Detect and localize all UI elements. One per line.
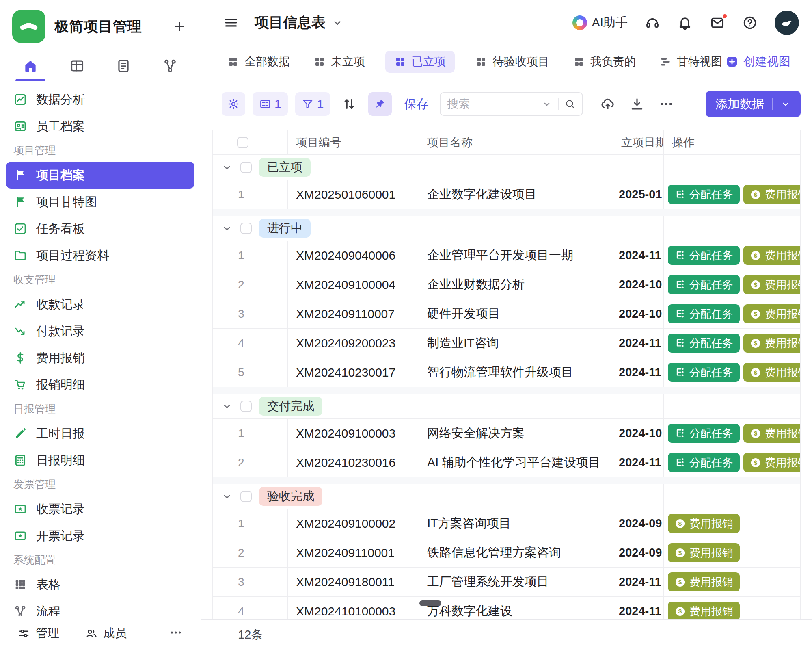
ai-assistant-button[interactable]: AI助手 xyxy=(572,14,628,31)
sidebar-item-data-analysis[interactable]: 数据分析 xyxy=(6,86,194,113)
support-button[interactable] xyxy=(645,15,660,30)
project-name-cell[interactable]: 铁路信息化管理方案咨询 xyxy=(419,538,613,567)
menu-toggle-button[interactable] xyxy=(223,15,239,31)
sidebar-item-flows-config[interactable]: 流程 xyxy=(6,598,194,616)
header-start-date[interactable]: 立项日期 xyxy=(613,130,664,154)
project-code-cell[interactable]: XM202409200023 xyxy=(288,329,419,358)
members-button[interactable]: 成员 xyxy=(85,625,127,641)
sidebar-tab-flows[interactable] xyxy=(161,50,179,81)
project-code-cell[interactable]: XM202409100002 xyxy=(288,509,419,538)
sidebar-item-employee-files[interactable]: 员工档案 xyxy=(6,113,194,140)
group-checkbox[interactable] xyxy=(240,491,252,502)
download-icon[interactable] xyxy=(629,96,645,112)
sidebar-more-button[interactable] xyxy=(169,626,183,641)
project-name-cell[interactable]: 网络安全解决方案 xyxy=(419,419,613,448)
collapse-chevron-icon[interactable] xyxy=(221,490,233,503)
view-tab-not-initiated[interactable]: 未立项 xyxy=(310,51,368,73)
create-view-button[interactable]: 创建视图 xyxy=(726,54,790,70)
add-data-button[interactable]: 添加数据 xyxy=(706,91,801,117)
view-tab-all-data[interactable]: 全部数据 xyxy=(224,51,293,73)
sidebar-item-project-archive[interactable]: 项目档案 xyxy=(6,162,194,188)
sidebar-item-invoice-received[interactable]: 收票记录 xyxy=(6,496,194,522)
project-date-cell[interactable]: 2025-01 xyxy=(613,180,664,209)
header-project-name[interactable]: 项目名称 xyxy=(419,130,613,154)
project-date-cell[interactable]: 2024-11 xyxy=(613,241,664,270)
assign-task-button[interactable]: 分配任务 xyxy=(668,453,740,472)
sidebar-tab-docs[interactable] xyxy=(114,50,133,81)
inbox-button[interactable] xyxy=(710,15,725,30)
assign-task-button[interactable]: 分配任务 xyxy=(668,424,740,443)
project-code-cell[interactable]: XM202410230017 xyxy=(288,358,419,387)
import-icon[interactable] xyxy=(600,96,615,112)
filter-button[interactable]: 1 xyxy=(295,92,330,116)
title-chevron-icon[interactable] xyxy=(331,17,343,29)
project-name-cell[interactable]: 制造业IT咨询 xyxy=(419,329,613,358)
project-date-cell[interactable]: 2024-10 xyxy=(613,270,664,299)
expense-claim-button[interactable]: $费用报销 xyxy=(668,514,740,533)
expense-claim-button[interactable]: $费用报销 xyxy=(743,453,800,472)
field-config-button[interactable]: 1 xyxy=(253,92,288,116)
search-icon[interactable] xyxy=(564,98,576,110)
expense-claim-button[interactable]: $费用报销 xyxy=(743,275,800,294)
project-name-cell[interactable]: IT方案咨询项目 xyxy=(419,509,613,538)
sidebar-item-project-gantt[interactable]: 项目甘特图 xyxy=(6,188,194,215)
assign-task-button[interactable]: 分配任务 xyxy=(668,275,740,294)
sidebar-item-project-process-docs[interactable]: 项目过程资料 xyxy=(6,242,194,269)
project-date-cell[interactable]: 2024-11 xyxy=(613,448,664,477)
user-avatar[interactable] xyxy=(775,11,799,35)
expense-claim-button[interactable]: $费用报销 xyxy=(668,602,740,621)
sidebar-item-task-board[interactable]: 任务看板 xyxy=(6,215,194,242)
project-date-cell[interactable]: 2024-11 xyxy=(613,568,664,596)
sort-button[interactable] xyxy=(337,92,361,116)
assign-task-button[interactable]: 分配任务 xyxy=(668,304,740,323)
sidebar-item-invoice-issued[interactable]: 开票记录 xyxy=(6,522,194,549)
project-date-cell[interactable]: 2024-09 xyxy=(613,538,664,567)
project-name-cell[interactable]: 企业业财数据分析 xyxy=(419,270,613,299)
sidebar-item-work-hours-daily[interactable]: 工时日报 xyxy=(6,420,194,447)
project-code-cell[interactable]: XM202409100003 xyxy=(288,419,419,448)
project-date-cell[interactable]: 2024-09 xyxy=(613,509,664,538)
collapse-chevron-icon[interactable] xyxy=(221,400,233,412)
settings-button[interactable] xyxy=(222,92,245,116)
search-input[interactable] xyxy=(447,98,542,110)
assign-task-button[interactable]: 分配任务 xyxy=(668,334,740,353)
project-date-cell[interactable]: 2024-11 xyxy=(613,358,664,387)
project-date-cell[interactable]: 2024-10 xyxy=(613,299,664,328)
collapse-chevron-icon[interactable] xyxy=(221,222,233,234)
sidebar-item-expense-claims[interactable]: 费用报销 xyxy=(6,344,194,371)
expense-claim-button[interactable]: $费用报销 xyxy=(743,363,800,382)
collapse-chevron-icon[interactable] xyxy=(221,161,233,173)
view-tab-pending-acceptance[interactable]: 待验收项目 xyxy=(472,51,553,73)
sidebar-tab-tables[interactable] xyxy=(68,50,86,81)
sidebar-item-payment-records[interactable]: 付款记录 xyxy=(6,318,194,344)
save-button[interactable]: 保存 xyxy=(404,96,428,113)
sidebar-item-daily-report-details[interactable]: 日报明细 xyxy=(6,447,194,474)
help-button[interactable] xyxy=(742,15,758,30)
group-checkbox[interactable] xyxy=(240,223,252,234)
project-code-cell[interactable]: XM202409100004 xyxy=(288,270,419,299)
expense-claim-button[interactable]: $费用报销 xyxy=(743,185,800,204)
expense-claim-button[interactable]: $费用报销 xyxy=(668,572,740,592)
project-name-cell[interactable]: 硬件开发项目 xyxy=(419,299,613,328)
group-checkbox[interactable] xyxy=(240,162,252,173)
sidebar-item-claim-details[interactable]: 报销明细 xyxy=(6,371,194,398)
project-name-cell[interactable]: 企业管理平台开发项目一期 xyxy=(419,241,613,270)
search-scope-chevron-icon[interactable] xyxy=(542,99,552,109)
assign-task-button[interactable]: 分配任务 xyxy=(668,246,740,265)
project-name-cell[interactable]: 工厂管理系统开发项目 xyxy=(419,568,613,596)
header-project-code[interactable]: 项目编号 xyxy=(288,130,419,154)
more-icon[interactable] xyxy=(659,96,674,112)
project-code-cell[interactable]: XM202409180011 xyxy=(288,568,419,596)
project-date-cell[interactable]: 2024-10 xyxy=(613,419,664,448)
project-code-cell[interactable]: XM202409110007 xyxy=(288,299,419,328)
project-date-cell[interactable]: 2024-11 xyxy=(613,329,664,358)
pin-button[interactable] xyxy=(368,92,392,116)
project-code-cell[interactable]: XM202409110001 xyxy=(288,538,419,567)
assign-task-button[interactable]: 分配任务 xyxy=(668,363,740,382)
project-code-cell[interactable]: XM202409040006 xyxy=(288,241,419,270)
expense-claim-button[interactable]: $费用报销 xyxy=(743,334,800,353)
add-workspace-button[interactable] xyxy=(171,17,188,35)
group-checkbox[interactable] xyxy=(240,401,252,412)
view-tab-my-projects[interactable]: 我负责的 xyxy=(570,51,639,73)
select-all-checkbox[interactable] xyxy=(237,137,248,148)
